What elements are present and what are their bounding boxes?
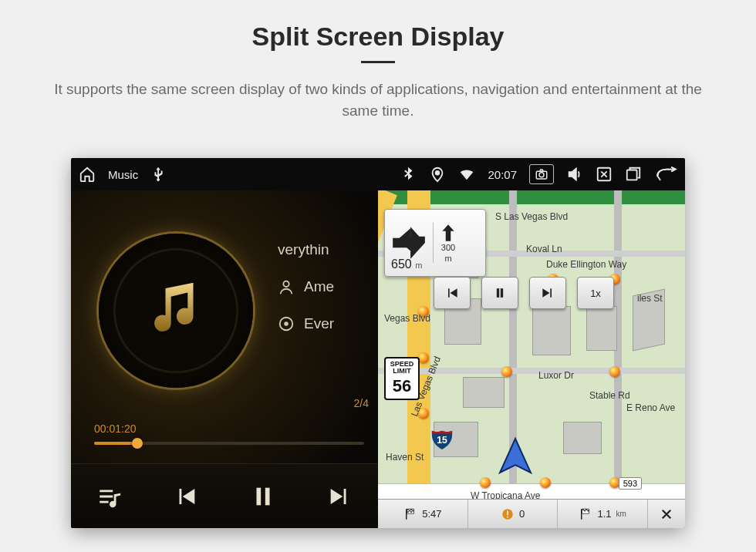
interstate-shield: 15 (430, 426, 454, 449)
prev-button[interactable] (168, 479, 204, 514)
distance-value: 1.1 (597, 508, 611, 520)
speed-limit-value: 56 (386, 377, 418, 395)
vehicle-position-icon (494, 436, 537, 479)
svg-rect-11 (497, 288, 499, 298)
map-bottom-bar: 5:47 0 1.1 km (378, 499, 685, 528)
playlist-button[interactable] (92, 479, 127, 514)
album-icon (278, 315, 295, 332)
flag-icon (403, 507, 417, 521)
close-icon[interactable] (596, 166, 613, 183)
label-stable-rd: Stable Rd (588, 389, 632, 402)
music-metadata: verythin Ame Ever (278, 221, 334, 352)
statusbar-time: 20:07 (488, 168, 517, 181)
label-vegas-blvd: Vegas Blvd (383, 312, 432, 325)
distance-unit: km (616, 510, 626, 518)
turn-next-block: 300 m (433, 223, 458, 263)
status-bar: Music 20:07 (71, 158, 685, 190)
svg-rect-9 (265, 487, 270, 505)
eta-cell[interactable]: 5:47 (378, 500, 468, 528)
svg-rect-15 (507, 510, 508, 515)
svg-rect-8 (256, 487, 261, 505)
svg-point-2 (539, 173, 544, 177)
road-minor-2 (378, 368, 685, 374)
distance-cell[interactable]: 1.1 km (558, 500, 648, 528)
seek-knob[interactable] (132, 438, 143, 449)
progress-area: 00:01:20 (94, 422, 364, 445)
seek-fill (94, 442, 137, 445)
warning-icon (501, 507, 515, 521)
x-icon (660, 507, 673, 521)
navigation-pane[interactable]: S Las Vegas Blvd Koval Ln Duke Ellington… (378, 190, 685, 528)
turn-next-dist: 300 (441, 243, 455, 252)
extra-cell[interactable]: 0 (468, 500, 559, 528)
pause-button[interactable] (245, 479, 281, 514)
label-koval-ln: Koval Ln (525, 243, 564, 255)
svg-rect-16 (507, 517, 508, 518)
label-reno-ave: E Reno Ave (625, 402, 677, 414)
artist-icon (278, 278, 295, 295)
title-underline (361, 61, 395, 63)
artist-name: Ame (304, 278, 334, 295)
seek-bar[interactable] (94, 442, 364, 445)
map-close-button[interactable] (648, 500, 685, 528)
back-icon[interactable] (654, 166, 677, 183)
album-name: Ever (304, 315, 334, 332)
label-duke-ellington: Duke Ellington Way (545, 258, 628, 271)
sim-pause-button[interactable] (481, 277, 518, 309)
page-title: Split Screen Display (0, 22, 756, 52)
label-luxor-dr: Luxor Dr (537, 369, 575, 382)
elapsed-time: 00:01:20 (94, 422, 137, 435)
turn-up-icon (438, 223, 458, 243)
music-controls (71, 463, 378, 528)
sim-prev-button[interactable] (434, 277, 471, 309)
wifi-icon (458, 166, 475, 183)
track-counter: 2/4 (354, 397, 369, 409)
turn-primary-distance: 650 m (391, 257, 422, 271)
location-icon (429, 166, 446, 183)
page-subtitle: It supports the same screen display of t… (39, 79, 717, 121)
album-art[interactable] (99, 234, 253, 388)
recents-icon[interactable] (625, 166, 642, 183)
volume-icon[interactable] (566, 166, 583, 183)
statusbar-app-label: Music (108, 168, 138, 181)
camera-icon[interactable] (529, 164, 554, 184)
label-s-las-vegas-blvd: S Las Vegas Blvd (494, 210, 569, 223)
speed-limit-sign: SPEED LIMIT 56 (384, 357, 420, 400)
home-icon[interactable] (79, 166, 96, 183)
label-haven-st: Haven St (384, 451, 425, 463)
svg-rect-12 (501, 288, 503, 298)
svg-point-0 (436, 171, 440, 175)
svg-point-7 (285, 322, 288, 325)
turn-instruction-panel[interactable]: 300 m 650 m (384, 209, 486, 277)
extra-value: 0 (519, 508, 525, 520)
usb-icon (150, 166, 167, 183)
bluetooth-icon (400, 166, 417, 183)
sim-next-button[interactable] (529, 277, 566, 309)
route-badge-593: 593 (619, 477, 642, 490)
turn-next-unit: m (444, 254, 451, 263)
svg-point-5 (283, 281, 289, 287)
music-pane: verythin Ame Ever 2/4 00:01:20 (71, 190, 378, 528)
map-canvas[interactable]: S Las Vegas Blvd Koval Ln Duke Ellington… (378, 190, 685, 528)
eta-value: 5:47 (422, 508, 441, 520)
map-sim-controls: 1x (434, 277, 614, 309)
label-giles-st: iles St (636, 292, 664, 305)
next-button[interactable] (322, 479, 357, 514)
svg-rect-4 (627, 170, 637, 180)
track-title: verythin (278, 241, 329, 258)
svg-text:15: 15 (437, 435, 447, 446)
flag-icon-2 (579, 507, 592, 521)
music-note-icon (141, 274, 211, 347)
device-frame: Music 20:07 (71, 158, 685, 528)
sim-speed-button[interactable]: 1x (577, 277, 614, 309)
